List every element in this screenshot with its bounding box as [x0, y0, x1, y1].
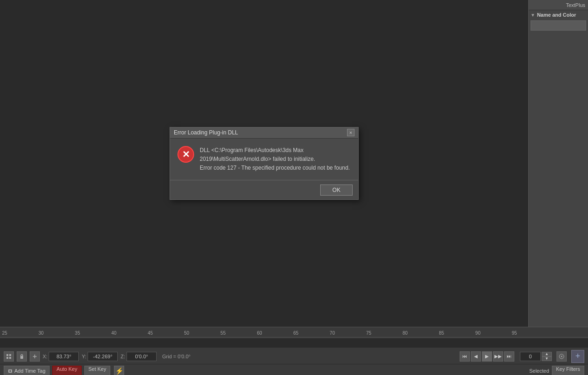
ruler-tick-25: 25 — [2, 331, 7, 336]
name-color-input[interactable] — [531, 20, 586, 31]
svg-rect-2 — [6, 357, 8, 359]
ruler-tick-95: 95 — [512, 331, 517, 336]
set-key-label: Set Key — [89, 366, 107, 372]
sound-icon-btn[interactable] — [556, 351, 567, 362]
ruler-tick-65: 65 — [293, 331, 298, 336]
x-label: X: — [43, 354, 47, 359]
frame-stepper: ▲ ▼ — [542, 352, 552, 361]
dialog-message-line1: DLL <C:\Program Files\Autodesk\3ds Max — [200, 147, 303, 153]
svg-rect-1 — [9, 354, 11, 356]
ruler-tick-80: 80 — [403, 331, 408, 336]
dialog-message-line3: Error code 127 - The specified procedure… — [200, 165, 350, 171]
keyframe-row: Add Time Tag Auto Key Set Key ⚡ Selected… — [0, 364, 588, 375]
dialog-titlebar: Error Loading Plug-in DLL × — [170, 127, 358, 139]
right-panel: TextPlus ▼ Name and Color — [528, 0, 588, 327]
ruler-tick-85: 85 — [439, 331, 444, 336]
x-coord-group: X: — [43, 352, 79, 361]
dialog-message: DLL <C:\Program Files\Autodesk\3ds Max 2… — [200, 146, 350, 173]
ruler-tick-75: 75 — [366, 331, 371, 336]
key-filters-label: Key Filters — [556, 366, 580, 372]
frame-counter: ▲ ▼ — [520, 352, 552, 361]
auto-key-label: Auto Key — [57, 366, 77, 372]
z-input[interactable] — [126, 352, 157, 361]
textplus-bar: TextPlus — [529, 0, 588, 10]
selection-icon-btn[interactable] — [4, 351, 14, 362]
textplus-label: TextPlus — [566, 2, 585, 8]
dialog-footer: OK — [170, 180, 358, 199]
name-color-arrow: ▼ — [531, 13, 535, 18]
ruler-tick-30: 30 — [38, 331, 44, 336]
grid-label: Grid = 0'0.0° — [162, 354, 190, 359]
dialog-body: ✕ DLL <C:\Program Files\Autodesk\3ds Max… — [170, 139, 358, 180]
y-coord-group: Y: — [82, 352, 118, 361]
ok-button[interactable]: OK — [320, 184, 353, 196]
key-filters-button[interactable]: Key Filters — [552, 366, 584, 375]
plus-icon: + — [575, 351, 581, 361]
auto-key-button[interactable]: Auto Key — [52, 366, 82, 375]
transport-controls: ⏮ ◀ ▶ ▶▶ ⏭ — [460, 351, 514, 362]
ruler-tick-90: 90 — [475, 331, 481, 336]
svg-point-7 — [9, 370, 11, 372]
add-time-tag-label: Add Time Tag — [14, 368, 45, 374]
y-input[interactable] — [88, 352, 118, 361]
z-coord-group: Z: — [120, 352, 157, 361]
error-icon: ✕ — [177, 146, 194, 163]
ruler-tick-40: 40 — [111, 331, 116, 336]
name-color-title: Name and Color — [537, 12, 576, 18]
camera-icon — [8, 369, 13, 373]
error-circle-icon: ✕ — [177, 146, 194, 163]
set-key-icon: ⚡ — [115, 367, 123, 375]
dialog-overlay: Error Loading Plug-in DLL × ✕ DLL <C:\Pr… — [0, 0, 528, 327]
dialog-title-text: Error Loading Plug-in DLL — [174, 129, 238, 136]
go-to-end-button[interactable]: ⏭ — [504, 351, 514, 362]
z-label: Z: — [120, 354, 125, 359]
go-to-start-button[interactable]: ⏮ — [460, 351, 470, 362]
ruler-tick-container: 253035404550556065707580859095 — [0, 327, 588, 337]
set-key-button[interactable]: Set Key — [84, 366, 111, 375]
name-color-header: ▼ Name and Color — [531, 12, 586, 18]
next-frame-button[interactable]: ▶▶ — [493, 351, 503, 362]
transport-row: X: Y: Z: Grid = 0'0.0° ⏮ ◀ ▶ ▶▶ ⏭ ▲ ▼ — [0, 349, 588, 364]
set-key-icon-btn[interactable]: ⚡ — [114, 366, 124, 375]
selected-label: Selected — [529, 368, 549, 374]
lock-icon-btn[interactable] — [17, 351, 27, 362]
ruler-tick-45: 45 — [148, 331, 153, 336]
ruler-tick-70: 70 — [330, 331, 335, 336]
svg-rect-3 — [9, 357, 11, 359]
add-key-large-button[interactable]: + — [571, 350, 584, 363]
ruler-tick-35: 35 — [75, 331, 80, 336]
ruler-tick-60: 60 — [257, 331, 262, 336]
svg-rect-4 — [20, 356, 23, 359]
y-label: Y: — [82, 354, 86, 359]
timeline-track — [0, 338, 588, 348]
timeline-ruler: 253035404550556065707580859095 — [0, 327, 588, 337]
play-pause-button[interactable]: ▶ — [482, 351, 492, 362]
dialog-close-button[interactable]: × — [347, 129, 354, 136]
svg-rect-0 — [6, 354, 8, 356]
frame-down-button[interactable]: ▼ — [542, 356, 552, 361]
add-time-tag-button[interactable]: Add Time Tag — [4, 366, 50, 375]
dialog-message-line2: 2019\MultiScatterArnold.dlo> failed to i… — [200, 156, 315, 162]
ruler-tick-55: 55 — [221, 331, 226, 336]
error-dialog: Error Loading Plug-in DLL × ✕ DLL <C:\Pr… — [170, 127, 359, 200]
prev-frame-button[interactable]: ◀ — [471, 351, 481, 362]
timeline-bar: 253035404550556065707580859095 X: Y: Z: … — [0, 327, 588, 375]
x-input[interactable] — [49, 352, 79, 361]
ruler-tick-50: 50 — [184, 331, 189, 336]
name-color-section: ▼ Name and Color — [529, 10, 588, 32]
transform-icon-btn[interactable] — [30, 351, 40, 362]
frame-up-button[interactable]: ▲ — [542, 352, 552, 356]
frame-input[interactable] — [520, 352, 541, 361]
